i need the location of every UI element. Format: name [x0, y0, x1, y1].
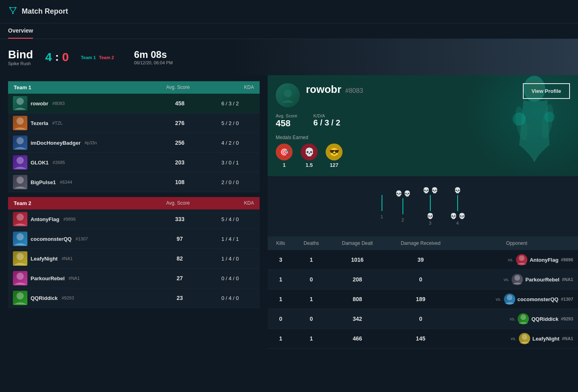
match-date: 06/12/20, 06:04 PM — [134, 60, 173, 65]
player-score: 203 — [159, 153, 200, 172]
skull-icon-teal: 💀 — [395, 190, 402, 197]
svg-point-13 — [17, 253, 24, 260]
vs-label: vs. — [508, 257, 514, 262]
team1-player-row[interactable]: GLOK1 #2685 203 3 / 0 / 1 — [8, 153, 260, 172]
player-kda: 0 / 4 / 0 — [200, 269, 260, 288]
player-tag: #NA1 — [62, 256, 73, 261]
svg-point-27 — [522, 334, 527, 340]
opponent-tag: #NA1 — [562, 336, 573, 341]
kills-cell: 1 — [268, 289, 294, 309]
team1-avg-col: Avg. Score — [166, 84, 190, 90]
opponent-name: cocomonsterQQ — [518, 296, 559, 302]
main-content: Team 1 Avg. Score KDA row — [0, 75, 578, 349]
tab-overview[interactable]: Overview — [8, 23, 33, 39]
round-bar — [457, 195, 458, 211]
skull-icon-red: 💀 — [427, 213, 433, 219]
match-report-icon — [8, 6, 18, 17]
team2-player-row[interactable]: QQRiddick #9293 23 0 / 4 / 0 — [8, 288, 260, 308]
svg-point-2 — [12, 12, 14, 14]
player-avatar — [13, 155, 27, 170]
stats-row: 3 1 1016 39 vs. AntonyFlag #9896 — [268, 250, 578, 270]
player-name: rowobr — [31, 101, 48, 107]
player-name: cocomonsterQQ — [31, 236, 72, 242]
profile-info: rowobr #8083 — [306, 83, 517, 96]
vs-label: vs. — [504, 277, 509, 282]
player-name: GLOK1 — [31, 160, 49, 166]
team1-kda-col: KDA — [244, 84, 254, 90]
medal-item: 💀 1.5 — [301, 144, 318, 168]
player-avatar — [13, 116, 27, 130]
opponent-name: ParkourRebel — [525, 277, 559, 283]
kda-stat: K/D/A 6 / 3 / 2 — [314, 113, 341, 129]
team1-player-row[interactable]: BigPulse1 #6344 108 2 / 0 / 0 — [8, 172, 260, 192]
opponent-cell: vs. LeafyNight #NA1 — [455, 329, 578, 349]
team1-table: Team 1 Avg. Score KDA row — [8, 81, 260, 192]
medal-value: 1.5 — [301, 162, 318, 168]
kills-cell: 3 — [268, 250, 294, 270]
view-profile-button[interactable]: View Profile — [523, 83, 570, 99]
stats-table: KillsDeathsDamage DealtDamage ReceivedOp… — [268, 236, 578, 349]
svg-point-6 — [17, 98, 24, 105]
team2-player-row[interactable]: cocomonsterQQ #1307 97 1 / 4 / 1 — [8, 229, 260, 249]
team1-player-row[interactable]: Tezerla #TZL 276 5 / 2 / 0 — [8, 113, 260, 133]
nav-bar: Overview — [0, 23, 578, 39]
skull-icon-teal: 💀 — [423, 187, 429, 193]
round-timeline: 1💀💀2💀💀💀3💀💀💀4 — [268, 176, 578, 236]
svg-point-22 — [284, 89, 292, 97]
player-tag: #9896 — [64, 217, 76, 222]
team1-player-row[interactable]: imDocHoneyBadger #p33n 256 4 / 2 / 0 — [8, 133, 260, 153]
profile-top: rowobr #8083 View Profile — [276, 83, 570, 107]
round-col: 💀💀2 — [395, 190, 411, 222]
opponent-avatar — [516, 254, 527, 265]
damage-dealt-cell: 466 — [329, 329, 386, 349]
avg-score-stat: Avg. Score 458 — [276, 113, 297, 129]
score-team1: 4 — [45, 50, 52, 64]
player-avatar — [13, 212, 27, 226]
player-kda: 5 / 2 / 0 — [200, 113, 260, 133]
match-mode: Spike Rush — [8, 61, 33, 66]
svg-line-3 — [10, 8, 13, 12]
map-info: Bind Spike Rush — [8, 48, 33, 66]
kda-label: K/D/A — [314, 113, 341, 118]
opponent-tag: #NA1 — [562, 277, 573, 282]
opponent-cell: vs. AntonyFlag #9896 — [455, 250, 578, 270]
skull-icon-teal: 💀 — [404, 190, 411, 197]
score-team2: 0 — [62, 50, 69, 64]
team2-player-row[interactable]: AntonyFlag #9896 333 5 / 4 / 0 — [8, 209, 260, 229]
player-kda: 4 / 2 / 0 — [200, 133, 260, 153]
kills-cell: 0 — [268, 309, 294, 329]
damage-dealt-cell: 208 — [329, 270, 386, 289]
team2-table: Team 2 Avg. Score KDA Ant — [8, 197, 260, 308]
right-panel: rowobr #8083 View Profile Avg. Score 458… — [268, 75, 578, 349]
player-score: 23 — [159, 288, 200, 308]
profile-avatar — [276, 83, 300, 107]
opponent-tag: #1307 — [561, 297, 573, 302]
stats-col-header: Opponent — [455, 236, 578, 250]
player-avatar — [13, 251, 27, 266]
player-avatar — [13, 291, 27, 305]
team2-player-row[interactable]: ParkourRebel #NA1 27 0 / 4 / 0 — [8, 269, 260, 288]
svg-point-11 — [17, 213, 24, 221]
app-title: Match Report — [22, 7, 68, 16]
kda-value: 6 / 3 / 2 — [314, 118, 341, 127]
opponent-avatar — [504, 293, 515, 305]
medal-item: 😎 127 — [326, 144, 343, 168]
player-score: 108 — [159, 172, 200, 192]
team-labels: Team 1 Team 2 — [81, 55, 114, 60]
svg-point-7 — [17, 117, 24, 125]
player-tag: #p33n — [85, 140, 97, 145]
player-tag: #NA1 — [69, 276, 80, 281]
skull-icon-red: 💀 — [450, 213, 457, 219]
svg-point-9 — [17, 157, 24, 164]
player-avatar — [13, 232, 27, 246]
damage-dealt-cell: 342 — [329, 309, 386, 329]
match-meta: 6m 08s 06/12/20, 06:04 PM — [134, 49, 173, 65]
kills-cell: 1 — [268, 329, 294, 349]
stats-row: 1 0 208 0 vs. ParkourRebel #NA1 — [268, 270, 578, 289]
team1-player-row[interactable]: rowobr #8083 458 6 / 3 / 2 — [8, 94, 260, 113]
vs-label: vs. — [511, 336, 516, 341]
round-bar — [382, 195, 382, 211]
team2-player-row[interactable]: LeafyNight #NA1 82 1 / 4 / 0 — [8, 249, 260, 269]
medals-label: Medals Earned — [276, 135, 570, 140]
player-name: ParkourRebel — [31, 275, 65, 281]
